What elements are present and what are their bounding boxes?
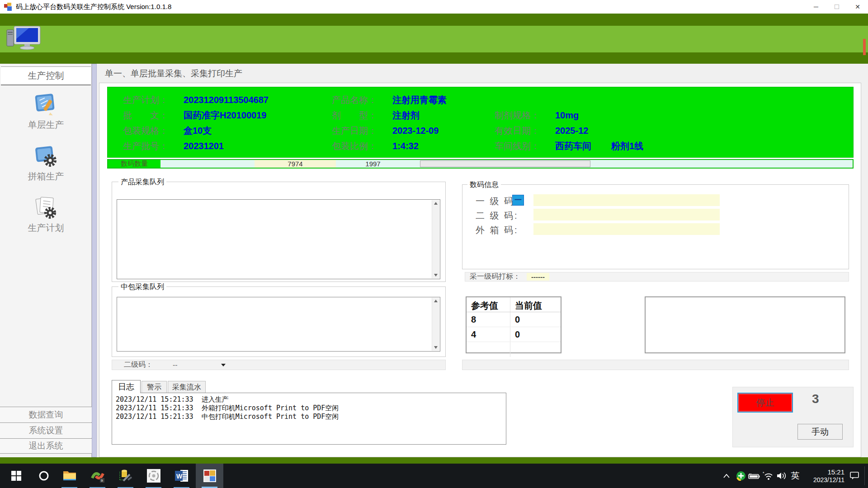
banner-top-stripe [0,14,868,26]
table-row: 8 0 [467,312,561,327]
field-label: 车间线别： [495,140,555,152]
banner-scroll-mark [863,39,866,55]
taskbar-active-app[interactable] [196,464,223,488]
mark-value: ------ [527,273,549,281]
stop-button[interactable]: 停止 [737,393,793,413]
tray-wifi[interactable]: * [761,464,775,488]
blueprint-pencil-icon [34,92,58,117]
sidebar-header[interactable]: 生产控制 [1,66,91,85]
scroll-down-icon[interactable] [434,274,438,277]
sidebar-item-label: 单层生产 [28,120,64,130]
quantity-value-2: 1997 [336,160,410,168]
scroll-up-icon[interactable] [434,300,438,302]
windows-logo-icon [11,471,21,481]
spec-value: 10mg [555,110,579,120]
svg-text:*: * [763,471,764,475]
outer-box-code-field[interactable] [533,223,720,235]
plan-id-value: 20231209113504687 [184,95,269,105]
maximize-button[interactable]: ☐ [826,0,847,14]
secondary-code-field[interactable] [533,209,720,221]
tab-collect-flow[interactable]: 采集流水 [168,381,206,393]
expiry-date-value: 2025-12 [555,126,588,136]
quantity-badge: 数码数量 [108,160,160,168]
queue-scrollbar[interactable] [432,298,439,351]
log-line: 2023/12/11 15:21:33 中包打印机Microsoft Print… [116,413,502,421]
search-button[interactable] [30,464,57,488]
product-queue-title: 产品采集队列 [118,178,166,187]
middle-pack-queue-textarea[interactable] [117,297,440,352]
svg-text:9: 9 [101,479,103,483]
field-label: 有效日期： [495,125,555,137]
action-center-button[interactable] [846,464,863,488]
outer-box-code-label: 外 箱 码: [476,224,519,236]
minimize-button[interactable]: ─ [806,0,826,14]
product-queue-textarea[interactable] [117,199,440,279]
sidebar-item-label: 拼箱生产 [28,171,64,181]
secondary-code-bar: 二级码： -- [112,360,446,370]
page-title: 单一、单层批量采集、采集打印生产 [105,68,242,80]
tab-warning[interactable]: 警示 [142,381,167,393]
scroll-up-icon[interactable] [434,202,438,205]
scroll-down-icon[interactable] [434,346,438,349]
code-info-title: 数码信息 [467,180,501,190]
tray-clock[interactable]: 15:21 2023/12/11 [807,464,844,488]
dropdown-caret-icon[interactable] [221,364,226,366]
tab-log[interactable]: 日志 [112,380,141,393]
document-gear-icon [34,195,58,220]
sidebar-item-consolidation[interactable]: 拼箱生产 [0,143,92,183]
field-label: 制剂规格： [495,109,555,122]
taskbar-scanner-app[interactable] [140,464,167,488]
dosage-form-value: 注射剂 [392,110,420,120]
clock-time: 15:21 [827,468,844,476]
table-row: 4 0 [467,327,561,342]
speaker-icon [777,472,787,480]
log-textarea[interactable]: 2023/12/11 15:21:33 进入生产 2023/12/11 15:2… [112,393,506,445]
secondary-code-label: 二级码： [124,360,153,370]
tray-ime[interactable]: 英 [788,464,802,488]
file-explorer-icon [63,470,76,482]
titlebar: 码上放心平台数码关联生产控制系统 Version:1.0.1.8 ─ ☐ ✕ [0,0,868,14]
mark-label: 采一级码打标： [470,272,520,282]
sidebar-item-label: 生产计划 [28,223,64,233]
sidebar-item-data-query[interactable]: 数据查询 [0,407,92,422]
wifi-icon: * [763,471,774,480]
log-line: 2023/12/11 15:21:33 进入生产 [116,395,502,404]
middle-pack-queue-title: 中包采集队列 [118,282,166,292]
secondary-code-value: -- [173,361,178,369]
workshop-value: 西药车间 [555,141,591,151]
sidebar-item-single-layer[interactable]: 单层生产 [0,92,92,131]
right-footer-bar [462,360,849,370]
control-panel: 停止 3 手动 [732,387,854,447]
taskbar-word[interactable]: W [168,464,195,488]
taskbar-file-explorer[interactable] [56,464,83,488]
progress-bar [420,160,590,167]
queue-scrollbar[interactable] [432,200,439,278]
tray-expand-button[interactable] [720,464,733,488]
manual-button[interactable]: 手动 [797,424,843,440]
sidebar-scrollbar[interactable] [92,64,97,457]
taskbar-visual-studio[interactable]: 9 [84,464,111,488]
production-info-panel: 生产计划：20231209113504687 产品名称：注射用青霉素 批 文：国… [107,87,854,158]
tray-antivirus[interactable] [734,464,748,488]
counter-value: 3 [812,392,819,406]
tray-battery[interactable] [747,464,761,488]
start-button[interactable] [2,464,30,488]
field-label: 生产批号： [123,140,184,152]
app-screen: 码上放心平台数码关联生产控制系统 Version:1.0.1.8 ─ ☐ ✕ 生… [0,0,868,488]
sidebar-item-exit-system[interactable]: 退出系统 [0,438,92,454]
primary-code-mark-bar: 采一级码打标： ------ [465,272,849,282]
field-label: 批 文： [123,109,184,122]
ref-header-2: 当前值 [510,297,561,312]
table-row [467,342,561,357]
primary-code-chip[interactable]: 一 [512,195,524,206]
close-button[interactable]: ✕ [847,0,868,14]
taskbar-database-tool[interactable] [112,464,139,488]
sidebar-item-production-plan[interactable]: 生产计划 [0,195,92,234]
tray-volume[interactable] [775,464,788,488]
primary-code-field[interactable] [533,194,720,206]
secondary-code-info-label: 二 级 码: [476,210,519,222]
sidebar-item-system-settings[interactable]: 系统设置 [0,422,92,438]
banner-bottom-stripe [0,52,868,64]
line-value: 粉剂1线 [611,141,643,151]
chevron-up-icon [723,474,730,478]
